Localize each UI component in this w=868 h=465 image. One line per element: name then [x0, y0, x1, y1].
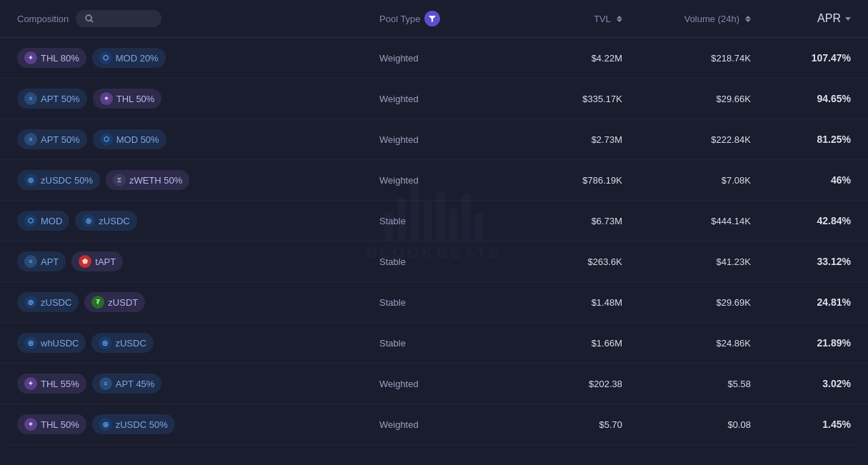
- tvl-cell: $1.66M: [494, 338, 622, 349]
- token-icon-whusdc: ◎: [24, 336, 37, 349]
- token-label: zWETH 50%: [129, 175, 182, 186]
- table-row[interactable]: ≡APT 50%✦THL 50%Weighted$335.17K$29.66K9…: [0, 79, 868, 119]
- tvl-cell: $335.17K: [494, 94, 622, 104]
- composition-cell: ✦THL 55%≡APT 45%: [17, 374, 379, 394]
- token-badge-mod[interactable]: ⬡MOD: [17, 211, 69, 231]
- table-row[interactable]: ✦THL 55%≡APT 45%Weighted$202.38$5.583.02…: [0, 364, 868, 404]
- main-table: BLOCKBEATS Composition Pool Type TVL: [0, 0, 868, 445]
- pool-type-cell: Stable: [379, 297, 494, 308]
- composition-cell: ≡APT⬟tAPT: [17, 251, 379, 271]
- token-badge-tapt[interactable]: ⬟tAPT: [71, 251, 123, 271]
- tvl-cell: $1.48M: [494, 297, 622, 308]
- search-icon: [84, 14, 94, 24]
- token-icon-zusdc: ◎: [99, 336, 111, 349]
- token-label: APT 50%: [41, 94, 80, 104]
- token-icon-zusdc: ◎: [24, 296, 37, 309]
- token-icon-zusdc: ◎: [99, 418, 112, 431]
- token-label: APT 50%: [41, 134, 80, 145]
- token-badge-apt[interactable]: ≡APT 50%: [17, 129, 87, 149]
- composition-cell: ⬡MOD◎zUSDC: [17, 211, 379, 231]
- token-label: MOD 50%: [116, 134, 159, 145]
- table-row[interactable]: ≡APT 50%⬡MOD 50%Weighted$2.73M$222.84K81…: [0, 119, 868, 160]
- volume-header[interactable]: Volume (24h): [622, 14, 751, 24]
- token-badge-thl[interactable]: ✦THL 50%: [17, 414, 86, 434]
- token-label: APT 45%: [116, 379, 155, 389]
- token-badge-zusdc[interactable]: ◎zUSDC: [17, 292, 79, 312]
- token-badge-thl[interactable]: ✦THL 50%: [93, 89, 162, 109]
- token-badge-zusdc[interactable]: ◎zUSDC 50%: [92, 414, 175, 434]
- tvl-cell: $6.73M: [494, 216, 622, 226]
- token-icon-apt: ≡: [24, 255, 37, 268]
- token-badge-apt[interactable]: ≡APT 50%: [17, 89, 87, 109]
- volume-sort-icon: [745, 16, 751, 22]
- apr-header[interactable]: APR: [751, 12, 851, 25]
- token-icon-thl: ✦: [100, 92, 113, 105]
- tvl-cell: $5.70: [494, 419, 622, 430]
- token-label: zUSDC 50%: [116, 419, 168, 430]
- apr-chevron-icon: [845, 17, 851, 21]
- table-row[interactable]: ◎whUSDC◎zUSDCStable$1.66M$24.86K21.89%: [0, 323, 868, 364]
- pool-type-cell: Stable: [379, 216, 494, 226]
- volume-cell: $24.86K: [622, 338, 751, 349]
- svg-point-0: [86, 15, 91, 21]
- table-row[interactable]: ◎zUSDC 50%ΞzWETH 50%Weighted$786.19K$7.0…: [0, 160, 868, 201]
- pool-type-cell: Weighted: [379, 134, 494, 145]
- apr-cell: 21.89%: [751, 337, 851, 349]
- table-row[interactable]: ⬡MOD◎zUSDCStable$6.73M$444.14K42.84%: [0, 201, 868, 241]
- table-row[interactable]: ≡APT⬟tAPTStable$263.6K$41.23K33.12%: [0, 241, 868, 282]
- composition-cell: ✦THL 50%◎zUSDC 50%: [17, 414, 379, 434]
- token-label: tAPT: [95, 256, 116, 267]
- table-row[interactable]: ✦THL 50%◎zUSDC 50%Weighted$5.70$0.081.45…: [0, 404, 868, 445]
- composition-cell: ◎whUSDC◎zUSDC: [17, 333, 379, 353]
- token-badge-zusdc[interactable]: ◎zUSDC: [75, 211, 136, 231]
- pool-type-cell: Stable: [379, 338, 494, 349]
- token-badge-zusdt[interactable]: ₮zUSDT: [84, 292, 145, 312]
- token-badge-zweth[interactable]: ΞzWETH 50%: [106, 170, 189, 190]
- token-label: whUSDC: [41, 338, 79, 349]
- apr-cell: 42.84%: [751, 215, 851, 226]
- token-badge-apt[interactable]: ≡APT 45%: [92, 374, 162, 394]
- composition-cell: ◎zUSDC 50%ΞzWETH 50%: [17, 170, 379, 190]
- svg-line-1: [91, 20, 93, 22]
- search-box[interactable]: [76, 10, 161, 27]
- composition-header: Composition: [17, 10, 379, 27]
- funnel-icon: [428, 14, 437, 23]
- table-row[interactable]: ✦THL 80%⬡MOD 20%Weighted$4.22M$218.74K10…: [0, 38, 868, 79]
- composition-label: Composition: [17, 14, 69, 24]
- volume-cell: $222.84K: [622, 134, 751, 145]
- token-icon-zusdc: ◎: [82, 214, 95, 227]
- apr-cell: 46%: [751, 174, 851, 186]
- pool-type-cell: Weighted: [379, 379, 494, 389]
- token-badge-thl[interactable]: ✦THL 80%: [17, 48, 86, 68]
- token-badge-thl[interactable]: ✦THL 55%: [17, 374, 86, 394]
- token-badge-zusdc[interactable]: ◎zUSDC 50%: [17, 170, 100, 190]
- composition-cell: ✦THL 80%⬡MOD 20%: [17, 48, 379, 68]
- token-badge-apt[interactable]: ≡APT: [17, 251, 66, 271]
- token-badge-zusdc[interactable]: ◎zUSDC: [91, 333, 153, 353]
- pool-type-header: Pool Type: [379, 11, 494, 26]
- table-row[interactable]: ◎zUSDC₮zUSDTStable$1.48M$29.69K24.81%: [0, 282, 868, 323]
- pool-type-cell: Stable: [379, 256, 494, 267]
- volume-cell: $29.69K: [622, 297, 751, 308]
- token-badge-mod[interactable]: ⬡MOD 50%: [93, 129, 166, 149]
- token-label: zUSDC: [115, 338, 146, 349]
- table-header: Composition Pool Type TVL: [0, 0, 868, 38]
- volume-cell: $41.23K: [622, 256, 751, 267]
- token-label: zUSDT: [108, 297, 138, 308]
- composition-cell: ≡APT 50%⬡MOD 50%: [17, 129, 379, 149]
- tvl-header[interactable]: TVL: [494, 14, 622, 24]
- token-icon-mod: ⬡: [99, 51, 112, 64]
- volume-cell: $218.74K: [622, 53, 751, 64]
- filter-icon[interactable]: [424, 11, 440, 26]
- tvl-cell: $2.73M: [494, 134, 622, 145]
- token-label: zUSDC: [41, 297, 71, 308]
- token-icon-mod: ⬡: [24, 214, 37, 227]
- token-badge-whusdc[interactable]: ◎whUSDC: [17, 333, 86, 353]
- apr-cell: 107.47%: [751, 52, 851, 64]
- token-icon-apt: ≡: [24, 92, 37, 105]
- token-label: MOD: [41, 216, 62, 226]
- volume-cell: $29.66K: [622, 94, 751, 104]
- token-badge-mod[interactable]: ⬡MOD 20%: [92, 48, 166, 68]
- token-icon-zweth: Ξ: [113, 174, 126, 186]
- token-label: THL 80%: [41, 53, 79, 64]
